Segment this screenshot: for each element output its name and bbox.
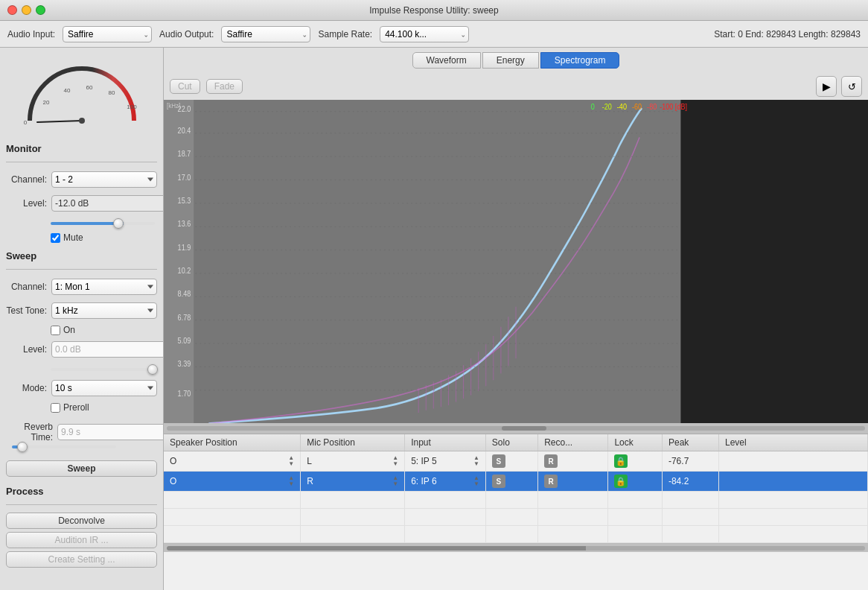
table-row[interactable]: O ▲ ▼ R ▲	[164, 472, 868, 492]
spec-scrollbar[interactable]	[164, 423, 868, 434]
col-mic-pos: Mic Position	[301, 434, 405, 451]
reverb-slider-row[interactable]	[12, 445, 151, 448]
reverb-slider-thumb[interactable]	[17, 442, 28, 452]
table-row[interactable]: O ▲ ▼ L ▲	[164, 451, 868, 472]
info-display: Start: 0 End: 829843 Length: 829843	[714, 29, 861, 39]
row2-input-cell: 6: IP 6 ▲ ▼	[411, 475, 479, 487]
right-panel: Waveform Energy Spectrogram Cut Fade ▶ ↺	[164, 48, 868, 590]
audio-input-select[interactable]: Saffire	[63, 26, 152, 42]
row1-mic-arrows[interactable]: ▲ ▼	[392, 455, 398, 467]
row2-solo-button[interactable]: S	[492, 475, 505, 488]
sweep-button[interactable]: Sweep	[6, 460, 157, 477]
monitor-level-input[interactable]: -12.0 dB	[51, 195, 164, 212]
svg-text:18.7: 18.7	[178, 150, 191, 159]
row2-speaker: O ▲ ▼	[164, 472, 301, 492]
sample-rate-select[interactable]: 44.100 k...	[380, 26, 469, 42]
sweep-channel-select-wrap[interactable]: 1: Mon 1	[51, 279, 157, 295]
row2-lock[interactable]: 🔒	[608, 472, 663, 492]
empty-cell	[662, 526, 718, 543]
audio-output-select[interactable]: Saffire	[221, 26, 310, 42]
table-scrollbar-track[interactable]	[167, 546, 865, 551]
row1-lock[interactable]: 🔒	[608, 451, 663, 472]
monitor-slider-track[interactable]	[51, 222, 155, 225]
row1-speaker-arrows[interactable]: ▲ ▼	[288, 455, 294, 467]
row2-peak: -84.2	[662, 472, 718, 492]
row1-solo[interactable]: S	[485, 451, 537, 472]
monitor-mute-checkbox[interactable]	[51, 233, 60, 243]
monitor-mute-row: Mute	[6, 232, 157, 243]
sweep-button-row: Sweep	[6, 459, 157, 478]
sweep-tone-select[interactable]: 1 kHz	[51, 302, 157, 319]
monitor-slider-thumb[interactable]	[113, 218, 124, 229]
row1-solo-button[interactable]: S	[492, 454, 505, 468]
sample-rate-label: Sample Rate:	[318, 29, 372, 39]
sweep-preroll-label: Preroll	[63, 402, 89, 413]
sweep-slider-track[interactable]	[51, 368, 155, 371]
row2-lock-button[interactable]: 🔒	[614, 475, 628, 488]
close-button[interactable]	[7, 5, 17, 15]
left-panel: 0 20 40 60 80 100 Monitor Channel: 1 - 2	[0, 48, 164, 590]
reverb-slider-track[interactable]	[12, 445, 116, 448]
monitor-channel-select[interactable]: 1 - 2	[51, 171, 157, 188]
create-setting-button[interactable]: Create Setting ...	[6, 551, 157, 568]
sample-rate-select-wrap[interactable]: 44.100 k...	[380, 26, 469, 42]
viz-toolbar-right: ▶ ↺	[816, 76, 862, 97]
sweep-level-input[interactable]: 0.0 dB	[51, 341, 164, 358]
col-lock: Lock	[608, 434, 663, 451]
row1-speaker: O ▲ ▼	[164, 451, 301, 472]
spec-scrollbar-thumb[interactable]	[502, 426, 546, 431]
monitor-channel-select-wrap[interactable]: 1 - 2	[51, 171, 157, 188]
table-area: Speaker Position Mic Position Input Solo…	[164, 434, 868, 590]
row2-mic-arrows[interactable]: ▲ ▼	[392, 475, 398, 487]
sweep-slider-row[interactable]	[6, 365, 157, 371]
svg-text:[kHz]: [kHz]	[167, 102, 180, 110]
row2-record-button[interactable]: R	[544, 475, 558, 488]
row2-solo[interactable]: S	[485, 472, 537, 492]
cut-button[interactable]: Cut	[170, 79, 200, 94]
tab-energy[interactable]: Energy	[482, 52, 539, 69]
svg-text:60: 60	[86, 84, 92, 91]
minimize-button[interactable]	[22, 5, 31, 15]
tab-spectrogram[interactable]: Spectrogram	[540, 52, 620, 69]
row2-record[interactable]: R	[538, 472, 608, 492]
col-level: Level	[719, 434, 868, 451]
row1-input-arrows[interactable]: ▲ ▼	[473, 455, 479, 467]
sweep-preroll-checkbox[interactable]	[51, 403, 60, 413]
sweep-slider-thumb[interactable]	[147, 364, 158, 375]
maximize-button[interactable]	[36, 5, 45, 15]
row1-mic: L ▲ ▼	[301, 451, 405, 472]
sweep-on-label: On	[63, 325, 75, 335]
deconvolve-button[interactable]: Deconvolve	[6, 513, 157, 529]
refresh-button[interactable]: ↺	[841, 76, 862, 97]
table-scrollbar[interactable]	[164, 543, 868, 552]
monitor-mute-label: Mute	[63, 232, 83, 243]
tab-waveform[interactable]: Waveform	[412, 52, 481, 69]
audio-output-select-wrap[interactable]: Saffire	[221, 26, 310, 42]
row1-record-button[interactable]: R	[544, 454, 558, 468]
row2-input-arrows[interactable]: ▲ ▼	[473, 475, 479, 487]
col-solo: Solo	[485, 434, 537, 451]
reverb-time-label: Reverb Time:	[12, 422, 53, 442]
play-button[interactable]: ▶	[816, 76, 837, 97]
audition-ir-button[interactable]: Audition IR ...	[6, 532, 157, 548]
row2-mic: R ▲ ▼	[301, 472, 405, 492]
row1-lock-button[interactable]: 🔒	[614, 454, 628, 468]
spec-scrollbar-track[interactable]	[167, 426, 865, 431]
sweep-mode-select-wrap[interactable]: 10 s	[51, 380, 157, 396]
sweep-channel-select[interactable]: 1: Mon 1	[51, 279, 157, 295]
monitor-divider	[6, 162, 157, 162]
audio-input-select-wrap[interactable]: Saffire	[63, 26, 152, 42]
row2-speaker-arrows[interactable]: ▲ ▼	[288, 475, 294, 487]
sweep-level-row: Level: 0.0 dB	[6, 341, 157, 358]
sweep-on-checkbox[interactable]	[51, 326, 60, 335]
svg-text:-60: -60	[632, 103, 642, 112]
svg-text:13.6: 13.6	[178, 220, 191, 229]
window-title: Impulse Response Utility: sweep	[369, 5, 498, 16]
monitor-slider-row[interactable]	[6, 219, 157, 225]
row2-level	[719, 472, 868, 492]
row1-record[interactable]: R	[538, 451, 608, 472]
sweep-tone-select-wrap[interactable]: 1 kHz	[51, 302, 157, 319]
reverb-time-input[interactable]	[57, 424, 164, 440]
sweep-mode-select[interactable]: 10 s	[51, 380, 157, 396]
fade-button[interactable]: Fade	[206, 79, 243, 94]
